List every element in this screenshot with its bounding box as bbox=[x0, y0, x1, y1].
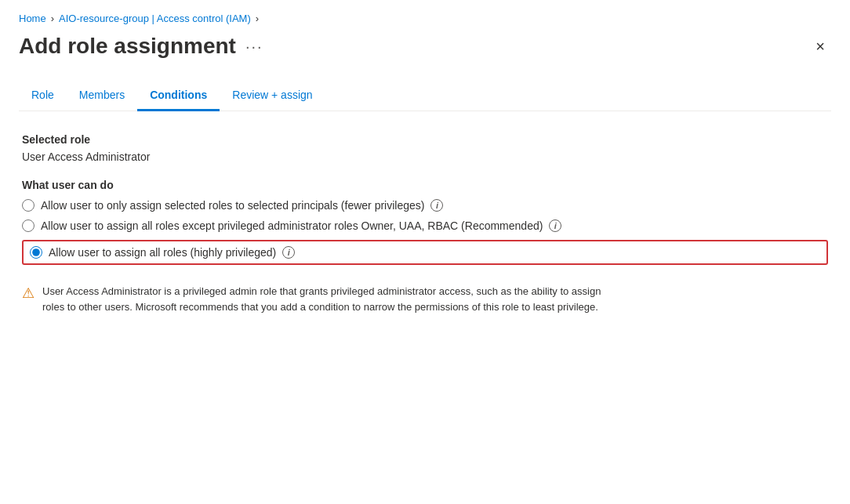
radio-label-2[interactable]: Allow user to assign all roles except pr… bbox=[41, 219, 543, 232]
tab-members[interactable]: Members bbox=[67, 81, 137, 111]
warning-box: ⚠ User Access Administrator is a privile… bbox=[22, 281, 610, 317]
tab-conditions[interactable]: Conditions bbox=[137, 81, 220, 111]
what-user-can-do-label: What user can do bbox=[22, 179, 828, 191]
page-header: Add role assignment ··· × bbox=[19, 34, 831, 59]
radio-input-2[interactable] bbox=[22, 219, 35, 232]
radio-option-1: Allow user to only assign selected roles… bbox=[22, 199, 828, 212]
warning-icon: ⚠ bbox=[22, 285, 35, 314]
radio-option-2: Allow user to assign all roles except pr… bbox=[22, 219, 828, 232]
radio-label-3[interactable]: Allow user to assign all roles (highly p… bbox=[49, 246, 276, 259]
radio-label-1[interactable]: Allow user to only assign selected roles… bbox=[41, 199, 424, 212]
selected-role-label: Selected role bbox=[22, 133, 828, 146]
warning-text: User Access Administrator is a privilege… bbox=[42, 284, 610, 314]
close-button[interactable]: × bbox=[809, 35, 831, 57]
info-icon-2[interactable]: i bbox=[549, 219, 561, 232]
tab-review[interactable]: Review + assign bbox=[220, 81, 325, 111]
breadcrumb-resource-group[interactable]: AIO-resource-group | Access control (IAM… bbox=[59, 13, 251, 24]
more-options-button[interactable]: ··· bbox=[245, 38, 263, 56]
info-icon-1[interactable]: i bbox=[430, 199, 443, 212]
tab-role[interactable]: Role bbox=[19, 81, 67, 111]
radio-option-3: Allow user to assign all roles (highly p… bbox=[22, 240, 828, 265]
info-icon-3[interactable]: i bbox=[282, 246, 295, 259]
page-title: Add role assignment bbox=[19, 34, 236, 59]
radio-input-3[interactable] bbox=[30, 246, 42, 259]
breadcrumb: Home › AIO-resource-group | Access contr… bbox=[19, 13, 831, 24]
content-area: Selected role User Access Administrator … bbox=[19, 133, 831, 317]
radio-input-1[interactable] bbox=[22, 199, 35, 212]
breadcrumb-separator-2: › bbox=[256, 13, 259, 24]
breadcrumb-home[interactable]: Home bbox=[19, 13, 46, 24]
selected-role-value: User Access Administrator bbox=[22, 150, 828, 163]
radio-group: Allow user to only assign selected roles… bbox=[22, 199, 828, 265]
add-role-assignment-panel: Home › AIO-resource-group | Access contr… bbox=[0, 0, 850, 504]
breadcrumb-separator-1: › bbox=[51, 13, 54, 24]
tabs-container: Role Members Conditions Review + assign bbox=[19, 81, 831, 111]
page-title-area: Add role assignment ··· bbox=[19, 34, 263, 59]
